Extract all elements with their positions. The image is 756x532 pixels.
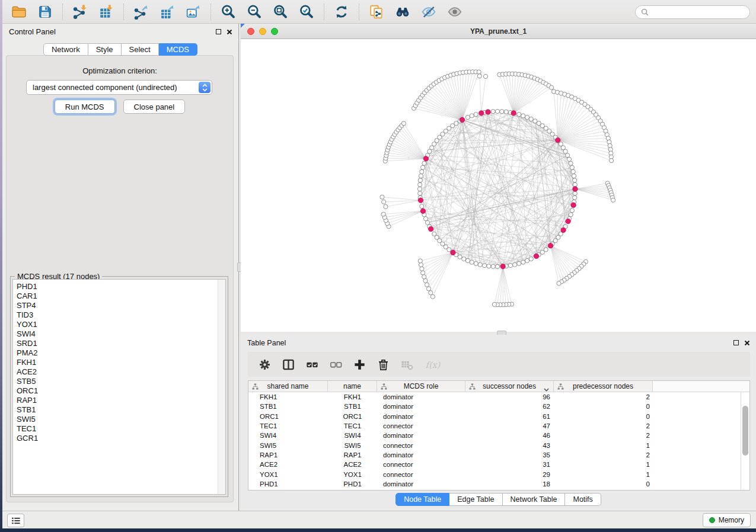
table-row[interactable]: TEC1TEC1connector472 — [248, 421, 741, 431]
cell-predecessor-nodes: 2 — [554, 393, 653, 400]
find-first-neighbors-icon — [395, 4, 410, 20]
table-row[interactable]: YOX1YOX1connector291 — [248, 469, 741, 479]
zoom-selected-region-button[interactable] — [298, 4, 315, 20]
cytoscape-app-window: Control Panel NetworkStyleSelectMCDS Opt… — [2, 0, 756, 528]
criterion-dropdown[interactable]: largest connected component (undirected) — [26, 80, 212, 95]
mcds-result-item[interactable]: PHD1 — [17, 282, 213, 291]
zoom-in-button[interactable] — [220, 4, 237, 20]
run-mcds-button[interactable]: Run MCDS — [55, 100, 115, 114]
cell-name: ORC1 — [328, 413, 377, 420]
mcds-result-item[interactable]: SRD1 — [17, 339, 213, 348]
close-icon[interactable] — [227, 29, 232, 35]
mcds-result-item[interactable]: ACE2 — [17, 367, 213, 377]
search-box[interactable] — [635, 5, 750, 19]
mcds-result-item[interactable]: STB1 — [17, 405, 213, 415]
tab-motifs[interactable]: Motifs — [565, 493, 601, 506]
tab-network-table[interactable]: Network Table — [503, 493, 566, 506]
cell-mcds-role: dominator — [377, 413, 465, 420]
network-canvas[interactable] — [241, 39, 756, 332]
column-header-shared-name[interactable]: shared name — [248, 381, 328, 392]
float-window-icon[interactable] — [733, 340, 739, 345]
create-network-from-selection-button[interactable] — [368, 4, 385, 20]
cell-mcds-role: connector — [377, 422, 465, 430]
table-row[interactable]: STB1STB1dominator620 — [248, 402, 741, 411]
show-all-button[interactable] — [446, 4, 463, 20]
cell-successor-nodes: 62 — [465, 403, 554, 410]
tab-network[interactable]: Network — [43, 43, 88, 56]
delete-table-icon — [400, 358, 414, 371]
mcds-result-scrollbar[interactable] — [218, 280, 225, 494]
cell-successor-nodes: 43 — [465, 442, 554, 449]
memory-button[interactable]: Memory — [703, 513, 751, 527]
mcds-result-item[interactable]: FKH1 — [17, 358, 213, 367]
close-icon[interactable] — [744, 340, 750, 346]
table-row[interactable]: ACE2ACE2connector311 — [248, 460, 741, 469]
search-input[interactable] — [652, 8, 744, 17]
import-table-from-file-button[interactable] — [98, 4, 114, 20]
mcds-result-item[interactable]: TID3 — [17, 310, 213, 320]
tab-node-table[interactable]: Node Table — [395, 493, 449, 506]
hide-selected-button[interactable] — [420, 4, 437, 20]
task-history-button[interactable] — [7, 514, 24, 527]
open-file-button[interactable] — [11, 4, 27, 20]
close-window-icon[interactable] — [247, 28, 254, 35]
create-column-button[interactable] — [352, 357, 367, 372]
attribute-icon — [381, 383, 387, 392]
table-row[interactable]: PHD1PHD1dominator180 — [248, 479, 741, 489]
mcds-result-list[interactable]: PHD1CAR1STP4TID3YOX1SWI4SRD1PMA2FKH1ACE2… — [12, 279, 226, 495]
mcds-result-item[interactable]: STB5 — [17, 377, 213, 386]
column-label: MCDS role — [404, 382, 439, 390]
zoom-fit-content-button[interactable] — [272, 4, 289, 20]
zoom-out-button[interactable] — [246, 4, 263, 20]
export-image-button[interactable] — [185, 4, 202, 20]
mcds-result-item[interactable]: STP4 — [17, 301, 213, 310]
table-scrollbar[interactable] — [741, 392, 749, 490]
mcds-result-item[interactable]: ORC1 — [17, 386, 213, 396]
export-network-button[interactable] — [133, 4, 149, 20]
deselect-all-button[interactable] — [328, 357, 343, 372]
table-row[interactable]: ORC1ORC1dominator610 — [248, 412, 741, 421]
mcds-result-item[interactable]: GCR1 — [17, 434, 213, 443]
cell-name: SWI4 — [328, 432, 377, 439]
import-network-from-file-button[interactable] — [72, 4, 88, 20]
mcds-result-item[interactable]: PMA2 — [17, 348, 213, 358]
mcds-result-item[interactable]: SWI4 — [17, 329, 213, 339]
float-window-icon[interactable] — [216, 29, 221, 34]
tab-mcds[interactable]: MCDS — [159, 43, 197, 56]
table-row[interactable]: SWI5SWI5connector431 — [248, 440, 741, 450]
mcds-result-item[interactable]: SWI5 — [17, 415, 213, 424]
scrollbar-thumb[interactable] — [742, 406, 748, 456]
column-header-predecessor-nodes[interactable]: predecessor nodes — [554, 381, 653, 392]
cell-predecessor-nodes: 0 — [554, 413, 653, 420]
apply-preferred-layout-button[interactable] — [333, 4, 350, 20]
table-row[interactable]: FKH1FKH1dominator962 — [248, 392, 741, 402]
control-panel-titlebar: Control Panel — [2, 24, 238, 40]
find-first-neighbors-button[interactable] — [394, 4, 411, 20]
mcds-result-item[interactable]: RAP1 — [17, 396, 213, 405]
tab-edge-table[interactable]: Edge Table — [449, 493, 502, 506]
table-row[interactable]: SWI4SWI4dominator462 — [248, 431, 741, 440]
column-header-name[interactable]: name — [328, 381, 377, 392]
mcds-result-item[interactable]: CAR1 — [17, 291, 213, 301]
deselect-all-icon — [329, 358, 343, 371]
save-session-button[interactable] — [37, 4, 53, 20]
close-panel-button[interactable]: Close panel — [123, 100, 186, 114]
column-header-successor-nodes[interactable]: successor nodes — [465, 381, 554, 392]
maximize-window-icon[interactable] — [271, 28, 278, 35]
minimize-window-icon[interactable] — [259, 28, 266, 35]
network-window-titlebar[interactable]: YPA_prune.txt_1 — [241, 24, 756, 39]
export-table-button[interactable] — [159, 4, 176, 20]
cell-successor-nodes: 35 — [465, 451, 554, 459]
cell-shared-name: FKH1 — [248, 393, 328, 400]
show-columns-button[interactable] — [281, 357, 296, 372]
control-panel-tabs: NetworkStyleSelectMCDS — [2, 43, 238, 56]
change-table-mode-button[interactable] — [257, 357, 272, 372]
column-header-mcds-role[interactable]: MCDS role — [377, 381, 465, 392]
tab-select[interactable]: Select — [122, 43, 159, 56]
mcds-result-item[interactable]: TEC1 — [17, 424, 213, 434]
select-all-button[interactable] — [305, 357, 320, 372]
delete-columns-button[interactable] — [376, 357, 391, 372]
tab-style[interactable]: Style — [88, 43, 122, 56]
mcds-result-item[interactable]: YOX1 — [17, 320, 213, 329]
table-row[interactable]: RAP1RAP1dominator352 — [248, 450, 741, 460]
